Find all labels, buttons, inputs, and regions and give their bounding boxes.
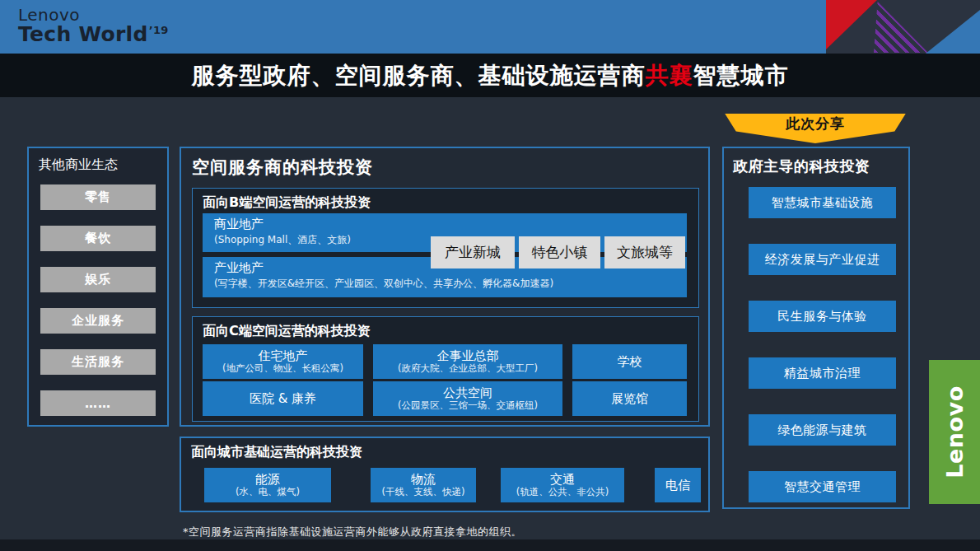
- cell-transportation: 交通 (轨道、公共、非公共): [501, 468, 624, 502]
- blue-triangle-icon: [926, 10, 980, 54]
- b2c-grid: 住宅地产 (地产公司、物业、长租公寓) 企事业总部 (政府大院、企业总部、大型工…: [203, 344, 687, 416]
- b2b-section-title: 面向B端空间运营的科技投资: [193, 189, 698, 212]
- overlay-characteristic-town: 特色小镇: [519, 236, 600, 268]
- cell-energy: 能源 (水、电、煤气): [204, 468, 331, 502]
- ecosystem-item-retail: 零售: [40, 184, 156, 210]
- share-banner-label: 此次分享: [786, 114, 845, 143]
- other-ecosystem-title: 其他商业生态: [29, 148, 167, 174]
- city-infra-title: 面向城市基础运营的科技投资: [181, 438, 708, 461]
- gov-item-green-energy-buildings: 绿色能源与建筑: [749, 414, 896, 446]
- bar-sublabel: (写字楼、开发区&经开区、产业园区、双创中心、共享办公、孵化器&加速器): [214, 277, 687, 291]
- government-panel: 政府主导的科技投资 智慧城市基础设施 经济发展与产业促进 民生服务与体验 精益城…: [722, 147, 910, 509]
- top-bar: Lenovo Tech World’19: [0, 0, 980, 54]
- space-provider-panel: 空间服务商的科技投资 面向B端空间运营的科技投资 商业地产 (Shopping …: [180, 147, 710, 427]
- ecosystem-item-enterprise-services: 企业服务: [40, 308, 156, 334]
- space-provider-title: 空间服务商的科技投资: [181, 148, 708, 179]
- purple-striped-triangle-icon: [874, 2, 928, 53]
- gov-item-smart-traffic-management: 智慧交通管理: [749, 471, 896, 502]
- logo-year: ’19: [149, 24, 169, 36]
- bottom-strip: [0, 539, 980, 551]
- lenovo-vertical-logo: Lenovo: [942, 385, 968, 478]
- red-triangle-icon: [826, 0, 877, 49]
- b2c-section: 面向C端空间运营的科技投资 住宅地产 (地产公司、物业、长租公寓) 企事业总部 …: [192, 316, 699, 422]
- city-infra-panel: 面向城市基础运营的科技投资 能源 (水、电、煤气) 物流 (干线、支线、快递) …: [180, 437, 710, 512]
- government-items: 智慧城市基础设施 经济发展与产业促进 民生服务与体验 精益城市治理 绿色能源与建…: [749, 187, 896, 502]
- title-highlight: 共襄: [646, 62, 693, 89]
- cell-enterprise-headquarters: 企事业总部 (政府大院、企业总部、大型工厂): [373, 344, 562, 379]
- gov-item-lean-city-governance: 精益城市治理: [749, 357, 896, 389]
- ecosystem-item-more: ……: [40, 390, 156, 416]
- cell-residential-real-estate: 住宅地产 (地产公司、物业、长租公寓): [203, 344, 363, 379]
- footnote: *空间服务运营商指除基础设施运营商外能够从政府直接拿地的组织。: [183, 525, 522, 539]
- bar-label: 商业地产: [214, 217, 687, 232]
- gov-item-smart-city-infrastructure: 智慧城市基础设施: [749, 187, 896, 218]
- lenovo-tech-world-logo: Lenovo Tech World’19: [18, 7, 169, 45]
- slide: Lenovo Tech World’19 服务型政府、空间服务商、基础设施运营商…: [0, 0, 980, 551]
- cell-logistics: 物流 (干线、支线、快递): [371, 468, 476, 502]
- page-title: 服务型政府、空间服务商、基础设施运营商共襄智慧城市: [192, 60, 789, 91]
- cell-public-space: 公共空间 (公园景区、三馆一场、交通枢纽): [373, 381, 562, 416]
- ecosystem-item-life-services: 生活服务: [40, 349, 156, 375]
- logo-line1: Lenovo: [18, 7, 169, 24]
- city-infra-cells: 能源 (水、电、煤气) 物流 (干线、支线、快递) 交通 (轨道、公共、非公共)…: [181, 468, 708, 502]
- corner-decoration: [826, 0, 980, 54]
- b2b-section: 面向B端空间运营的科技投资 商业地产 (Shopping Mall、酒店、文旅)…: [192, 188, 699, 308]
- title-bar: 服务型政府、空间服务商、基础设施运营商共襄智慧城市: [0, 54, 980, 97]
- share-banner: 此次分享: [723, 114, 908, 143]
- overlay-row: 产业新城 特色小镇 文旅城等: [193, 236, 698, 268]
- gov-item-economic-development: 经济发展与产业促进: [749, 244, 896, 275]
- cell-school: 学校: [572, 344, 687, 379]
- b2c-section-title: 面向C端空间运营的科技投资: [193, 317, 698, 340]
- overlay-cultural-tourism-city: 文旅城等: [604, 236, 685, 268]
- lenovo-green-tab: Lenovo: [929, 360, 980, 504]
- government-panel-title: 政府主导的科技投资: [724, 148, 908, 176]
- ecosystem-item-entertainment: 娱乐: [40, 267, 156, 292]
- other-ecosystem-panel: 其他商业生态 零售 餐饮 娱乐 企业服务 生活服务 ……: [27, 147, 169, 427]
- cell-hospital-wellness: 医院 & 康养: [203, 381, 363, 416]
- cell-telecom: 电信: [655, 468, 701, 502]
- overlay-industrial-new-city: 产业新城: [431, 236, 515, 268]
- ecosystem-item-catering: 餐饮: [40, 226, 156, 251]
- logo-line2: Tech World’19: [18, 24, 169, 45]
- gov-item-livelihood-services: 民生服务与体验: [749, 301, 896, 332]
- cell-exhibition-hall: 展览馆: [572, 381, 687, 416]
- other-ecosystem-list: 零售 餐饮 娱乐 企业服务 生活服务 ……: [29, 184, 167, 416]
